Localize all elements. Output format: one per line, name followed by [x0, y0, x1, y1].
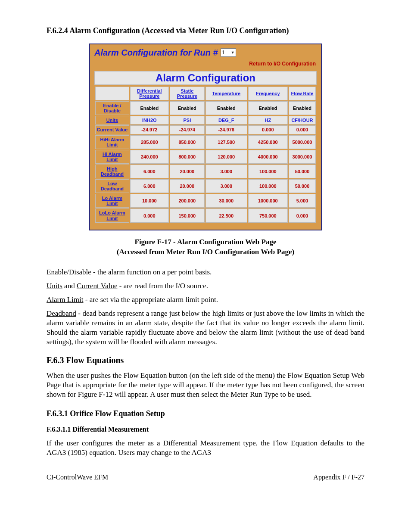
col-flow-rate[interactable]: Flow Rate	[289, 87, 316, 100]
value-cell[interactable]: 120.000	[206, 150, 247, 164]
value-cell[interactable]: 30.000	[206, 194, 247, 208]
value-cell[interactable]: 10.000	[130, 194, 169, 208]
para-alarm-limit: Alarm Limit - are set via the appropriat…	[47, 295, 364, 305]
value-cell[interactable]: 5000.000	[289, 135, 316, 149]
value-cell[interactable]: -24.976	[206, 125, 247, 134]
enable-toggle[interactable]: Enabled	[248, 101, 288, 115]
value-cell[interactable]: 240.000	[130, 150, 169, 164]
row-label[interactable]: Lo Alarm Limit	[95, 194, 129, 208]
row-label[interactable]: HiHi Alarm Limit	[95, 135, 129, 149]
value-cell[interactable]: 4250.000	[248, 135, 288, 149]
value-cell[interactable]: 1000.000	[248, 194, 288, 208]
table-row: High Deadband6.00020.0003.000100.00050.0…	[95, 165, 316, 178]
config-table-box: Alarm Configuration Differential Pressur…	[94, 71, 317, 224]
value-cell[interactable]: 127.500	[206, 135, 247, 149]
section-heading-f63: F.6.3 Flow Equations	[47, 355, 364, 366]
value-cell[interactable]: 0.000	[248, 125, 288, 134]
screenshot-panel-wrapper: Alarm Configuration for Run # 1 ▼ Return…	[47, 44, 364, 230]
table-row: Lo Alarm Limit10.000200.00030.0001000.00…	[95, 194, 316, 208]
chevron-down-icon: ▼	[231, 50, 235, 56]
col-temperature[interactable]: Temperature	[206, 87, 247, 100]
value-cell[interactable]: 3.000	[206, 179, 247, 193]
unit-cell: DEG_F	[206, 116, 247, 124]
value-cell[interactable]: 4000.000	[248, 150, 288, 164]
col-frequency[interactable]: Frequency	[248, 87, 288, 100]
para-enable: Enable/Disable - the alarm function on a…	[47, 268, 364, 277]
value-cell[interactable]: 0.000	[130, 208, 169, 222]
value-cell[interactable]: 100.000	[248, 165, 288, 178]
para-f6311: If the user configures the meter as a Di…	[47, 439, 364, 457]
value-cell[interactable]: 0.000	[289, 125, 316, 134]
value-cell[interactable]: 20.000	[170, 165, 205, 178]
para-units: Units and Current Value - are read from …	[47, 281, 364, 291]
value-cell[interactable]: 3.000	[206, 165, 247, 178]
value-cell[interactable]: 750.000	[248, 208, 288, 222]
value-cell[interactable]: 5.000	[289, 194, 316, 208]
value-cell[interactable]: 800.000	[170, 150, 205, 164]
value-cell[interactable]: 6.000	[130, 165, 169, 178]
figure-caption-line2: (Accessed from Meter Run I/O Configurati…	[117, 248, 294, 256]
table-row: Current Value-24.972-24.974-24.9760.0000…	[95, 125, 316, 134]
enable-toggle[interactable]: Enabled	[206, 101, 247, 115]
value-cell[interactable]: 150.000	[170, 208, 205, 222]
row-label[interactable]: Enable / Disable	[95, 101, 129, 115]
value-cell[interactable]: 50.000	[289, 165, 316, 178]
row-label[interactable]: Current Value	[95, 125, 129, 134]
para-deadband: Deadband - dead bands represent a range …	[47, 309, 364, 347]
value-cell[interactable]: -24.972	[130, 125, 169, 134]
row-label[interactable]: Units	[95, 116, 129, 124]
table-row: Low Deadband6.00020.0003.000100.00050.00…	[95, 179, 316, 193]
enable-toggle[interactable]: Enabled	[289, 101, 316, 115]
text-enable: - the alarm function on a per point basi…	[91, 268, 212, 276]
value-cell[interactable]: -24.974	[170, 125, 205, 134]
term-enable: Enable/Disable	[47, 268, 91, 276]
value-cell[interactable]: 285.000	[130, 135, 169, 149]
term-units: Units	[47, 282, 62, 290]
panel-title: Alarm Configuration for Run # 1 ▼	[90, 44, 321, 59]
row-label[interactable]: Hi Alarm Limit	[95, 150, 129, 164]
value-cell[interactable]: 850.000	[170, 135, 205, 149]
run-number-select[interactable]: 1 ▼	[221, 48, 236, 57]
value-cell[interactable]: 0.000	[289, 208, 316, 222]
table-row: LoLo Alarm Limit0.000150.00022.500750.00…	[95, 208, 316, 222]
run-number-value: 1	[222, 50, 225, 56]
table-header-row: Differential Pressure Static Pressure Te…	[95, 87, 316, 100]
footer-right: Appendix F / F-27	[313, 473, 364, 482]
value-cell[interactable]: 100.000	[248, 179, 288, 193]
row-label[interactable]: LoLo Alarm Limit	[95, 208, 129, 222]
config-table-title: Alarm Configuration	[94, 71, 317, 85]
enable-toggle[interactable]: Enabled	[170, 101, 205, 115]
figure-caption: Figure F-17 - Alarm Configuration Web Pa…	[47, 237, 364, 257]
col-diff-pressure[interactable]: Differential Pressure	[130, 87, 169, 100]
page-footer: CI-ControlWave EFM Appendix F / F-27	[47, 473, 364, 482]
enable-toggle[interactable]: Enabled	[130, 101, 169, 115]
return-to-io-link[interactable]: Return to I/O Configuration	[90, 59, 321, 71]
text-units: - are read from the I/O source.	[117, 282, 208, 290]
value-cell[interactable]: 22.500	[206, 208, 247, 222]
value-cell[interactable]: 3000.000	[289, 150, 316, 164]
value-cell[interactable]: 20.000	[170, 179, 205, 193]
alarm-config-panel: Alarm Configuration for Run # 1 ▼ Return…	[89, 44, 322, 230]
table-corner-cell	[95, 87, 129, 100]
section-heading-f6311: F.6.3.1.1 Differential Measurement	[47, 425, 364, 434]
row-label[interactable]: Low Deadband	[95, 179, 129, 193]
unit-cell: HZ	[248, 116, 288, 124]
value-cell[interactable]: 50.000	[289, 179, 316, 193]
text-units-mid: and	[62, 282, 77, 290]
table-row: Enable / DisableEnabledEnabledEnabledEna…	[95, 101, 316, 115]
value-cell[interactable]: 200.000	[170, 194, 205, 208]
unit-cell: INH2O	[130, 116, 169, 124]
row-label[interactable]: High Deadband	[95, 165, 129, 178]
text-deadband: - dead bands represent a range just belo…	[47, 309, 364, 346]
unit-cell: CF/HOUR	[289, 116, 316, 124]
panel-title-text: Alarm Configuration for Run #	[94, 47, 218, 58]
term-deadband: Deadband	[47, 309, 76, 317]
figure-caption-line1: Figure F-17 - Alarm Configuration Web Pa…	[135, 238, 277, 246]
col-static-pressure[interactable]: Static Pressure	[170, 87, 205, 100]
text-alarm-limit: - are set via the appropriate alarm limi…	[83, 296, 218, 304]
table-row: HiHi Alarm Limit285.000850.000127.500425…	[95, 135, 316, 149]
alarm-config-table: Differential Pressure Static Pressure Te…	[94, 86, 317, 224]
section-heading-f631: F.6.3.1 Orifice Flow Equation Setup	[47, 409, 364, 419]
value-cell[interactable]: 6.000	[130, 179, 169, 193]
footer-left: CI-ControlWave EFM	[47, 473, 108, 482]
